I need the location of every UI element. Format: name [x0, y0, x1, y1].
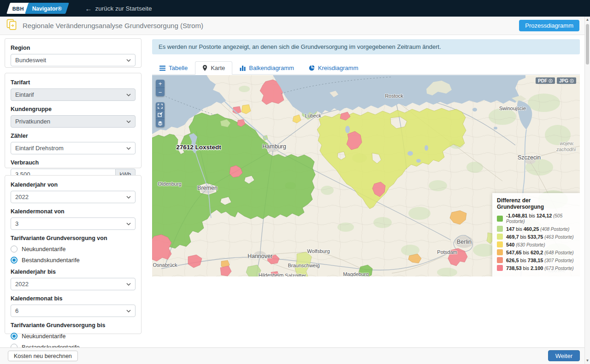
pdf-label: PDF — [538, 78, 547, 83]
tarifvariante-bis-neukunden-option[interactable]: Neukundentarife — [11, 333, 136, 340]
tab-label: Tabelle — [169, 65, 188, 71]
chevron-down-icon — [126, 283, 131, 286]
app-window: BBH Navigator® ← zurück zur Startseite ▲… — [0, 0, 590, 364]
chevron-down-icon — [126, 196, 131, 199]
tarifart-value: Eintarif — [15, 91, 34, 98]
legend-item: 626,5 bis 738,15 (307 Postorte) — [497, 257, 575, 263]
fullscreen-expand-button[interactable] — [156, 102, 165, 111]
zaehler-select[interactable]: Eintarif Drehstrom — [11, 142, 136, 154]
radio-label: Neukundentarife — [22, 246, 65, 252]
region-select[interactable]: Bundesweit — [11, 54, 136, 66]
kalendermonat-von-select[interactable]: 3 — [11, 217, 136, 230]
map-pin-icon — [202, 65, 207, 71]
region-value: Bundesweit — [15, 57, 46, 64]
zaehler-label: Zähler — [11, 133, 136, 139]
map-tools-control — [156, 102, 165, 127]
tarifvariante-von-bestandskunden-option[interactable]: Bestandskundentarife — [11, 257, 136, 264]
kalenderjahr-von-select[interactable]: 2022 — [11, 191, 136, 203]
tarifvariante-bis-label: Tarifvariante Grundversorgung bis — [11, 322, 136, 329]
chevron-down-icon — [126, 223, 131, 225]
legend-item: 147 bis 460,25 (408 Postorte) — [497, 226, 575, 232]
legend-swatch — [497, 249, 503, 255]
tariff-card: Tarifart Eintarif Kundengruppe Privatkun… — [5, 73, 142, 168]
legend-title: Differenz der Grundversorgung — [497, 197, 575, 210]
next-button[interactable]: Weiter — [548, 350, 580, 361]
legend-swatch — [497, 257, 503, 263]
tab-karte[interactable]: Karte — [195, 61, 232, 74]
layers-icon — [158, 121, 163, 126]
page-scrollbar[interactable]: ▲ ▼ — [584, 17, 590, 364]
chevron-down-icon — [126, 147, 131, 150]
radio-checked-icon[interactable] — [11, 257, 18, 264]
legend-item: 540 (630 Postorte) — [497, 241, 575, 247]
info-alert: Es werden nur Postorte angezeigt, an den… — [152, 39, 580, 54]
footer-bar: Kosten neu berechnen Weiter — [0, 347, 584, 364]
tab-tabelle[interactable]: Tabelle — [152, 61, 195, 74]
kalenderjahr-bis-value: 2022 — [15, 281, 29, 288]
back-link-label: zurück zur Startseite — [95, 5, 152, 12]
kalenderjahr-von-label: Kalenderjahr von — [11, 182, 136, 188]
process-diagram-button[interactable]: Prozessdiagramm — [519, 20, 579, 31]
page-header: Regionale Veränderungsanalyse Grundverso… — [0, 17, 584, 35]
map-canvas[interactable]: RostockLübeckHamburgBremenOldenburgHanno… — [152, 75, 580, 276]
navigator-logo: Navigator® — [25, 3, 69, 14]
legend-item: 738,53 bis 2.100 (673 Postorte) — [497, 265, 575, 271]
tarifart-select[interactable]: Eintarif — [11, 88, 136, 101]
kalendermonat-bis-label: Kalendermonat bis — [11, 295, 136, 302]
document-pages-icon — [6, 19, 17, 32]
kalendermonat-von-label: Kalendermonat von — [11, 208, 136, 215]
kundengruppe-select[interactable]: Privatkunden — [11, 115, 136, 128]
table-icon — [159, 65, 165, 71]
zaehler-value: Eintarif Drehstrom — [15, 145, 64, 152]
top-navbar: BBH Navigator® ← zurück zur Startseite — [0, 0, 590, 17]
kalenderjahr-bis-select[interactable]: 2022 — [11, 278, 136, 290]
period-card: Kalenderjahr von 2022 Kalendermonat von … — [5, 175, 142, 334]
kundengruppe-value: Privatkunden — [15, 118, 50, 125]
radio-checked-icon[interactable] — [11, 333, 18, 340]
zoom-in-button[interactable]: + — [156, 80, 165, 88]
scrollbar-down-icon[interactable]: ▼ — [585, 358, 590, 364]
map-zoom-control: + − — [156, 80, 165, 96]
kalendermonat-bis-select[interactable]: 6 — [11, 305, 136, 317]
radio-unchecked-icon[interactable] — [11, 246, 18, 252]
legend-swatch — [497, 216, 503, 222]
tarifvariante-von-neukunden-option[interactable]: Neukundentarife — [11, 246, 136, 252]
kalendermonat-von-value: 3 — [15, 220, 18, 227]
verbrauch-label: Verbrauch — [11, 159, 136, 166]
recalculate-costs-button[interactable]: Kosten neu berechnen — [8, 351, 78, 361]
back-to-start-link[interactable]: ← zurück zur Startseite — [85, 5, 152, 12]
kalenderjahr-von-value: 2022 — [15, 194, 29, 200]
scrollbar-up-icon[interactable]: ▲ — [585, 17, 590, 23]
tab-label: Kreisdiagramm — [318, 65, 358, 71]
download-icon — [570, 79, 574, 83]
export-pdf-button[interactable]: PDF — [536, 77, 555, 84]
region-label: Region — [11, 45, 136, 51]
radio-label: Neukundentarife — [22, 333, 65, 340]
draw-edit-button[interactable] — [156, 111, 165, 119]
tab-label: Balkendiagramm — [249, 65, 294, 71]
map-legend: Differenz der Grundversorgung -1.048,81 … — [492, 193, 580, 276]
scrollbar-thumb[interactable] — [586, 24, 589, 65]
layers-button[interactable] — [156, 119, 165, 127]
bar-chart-icon — [240, 65, 246, 71]
map-export-buttons: PDF JPG — [536, 77, 576, 84]
legend-items: -1.048,81 bis 124,12 (505 Postorte)147 b… — [497, 213, 575, 271]
export-jpg-button[interactable]: JPG — [557, 77, 576, 84]
legend-item: -1.048,81 bis 124,12 (505 Postorte) — [497, 213, 575, 224]
tarifvariante-von-label: Tarifvariante Grundversorgung von — [11, 235, 136, 241]
tab-kreisdiagramm[interactable]: Kreisdiagramm — [301, 61, 366, 74]
tab-balkendiagramm[interactable]: Balkendiagramm — [232, 61, 301, 74]
legend-item: 547,65 bis 620,2 (648 Postorte) — [497, 249, 575, 255]
legend-swatch — [497, 265, 503, 271]
zoom-out-button[interactable]: − — [156, 88, 165, 96]
legend-item: 469,7 bis 533,75 (463 Postorte) — [497, 234, 575, 240]
chevron-down-icon — [126, 310, 131, 312]
back-arrow-icon: ← — [85, 5, 92, 12]
kalendermonat-bis-value: 6 — [15, 307, 18, 314]
pie-chart-icon — [309, 65, 315, 71]
map-tooltip-loxstedt: 27612 Loxstedt — [176, 144, 221, 151]
region-card: Region Bundesweit — [5, 38, 142, 68]
legend-swatch — [497, 241, 503, 247]
chevron-down-icon — [126, 94, 131, 96]
bbh-navigator-logo[interactable]: BBH Navigator® — [8, 3, 68, 14]
